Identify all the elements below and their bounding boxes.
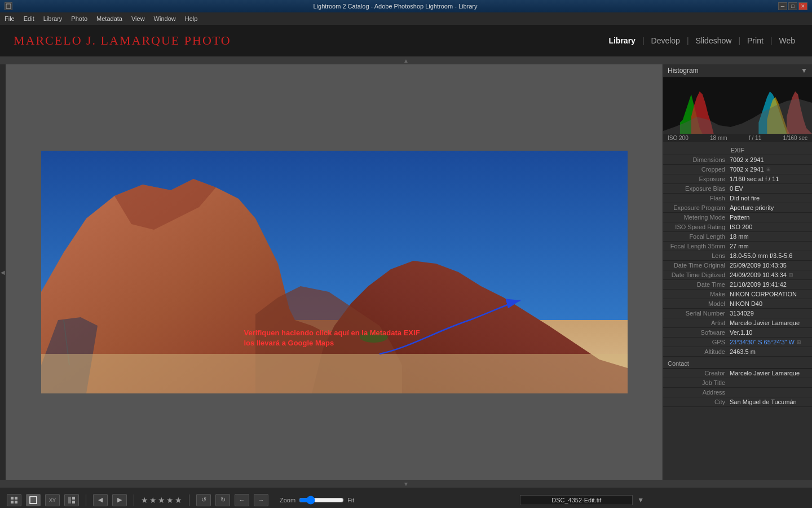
histogram-focal: 18 mm bbox=[710, 135, 727, 141]
histogram-aperture: f / 11 bbox=[749, 135, 761, 141]
next-nav-button[interactable]: → bbox=[254, 494, 268, 506]
prev-photo-button[interactable]: ◀ bbox=[93, 494, 108, 506]
star-5[interactable]: ★ bbox=[175, 496, 182, 505]
exif-row-exposure: Exposure 1/160 sec at f / 11 bbox=[663, 174, 812, 184]
svg-rect-16 bbox=[15, 501, 17, 503]
separator bbox=[86, 494, 86, 506]
tab-library[interactable]: Library bbox=[605, 34, 638, 47]
zoom-slider[interactable] bbox=[299, 496, 344, 505]
top-panel-toggle[interactable]: ▲ bbox=[0, 56, 812, 64]
menu-help[interactable]: Help bbox=[185, 15, 198, 22]
right-panel: Histogram ▼ ISO 200 bbox=[663, 64, 812, 480]
filename-area: DSC_4352-Edit.tif ▼ bbox=[359, 495, 805, 505]
menu-photo[interactable]: Photo bbox=[71, 15, 87, 22]
rotate-ccw-button[interactable]: ↺ bbox=[196, 494, 211, 506]
exif-row-altitude: Altitude 2463.5 m bbox=[663, 347, 812, 357]
star-1[interactable]: ★ bbox=[141, 496, 148, 505]
exif-row-make: Make NIKON CORPORATION bbox=[663, 290, 812, 299]
prev-nav-button[interactable]: ← bbox=[235, 494, 249, 506]
rotate-cw-button[interactable]: ↻ bbox=[215, 494, 230, 506]
histogram-iso: ISO 200 bbox=[668, 135, 689, 141]
exif-row-gps[interactable]: GPS 23°34'30" S 65°24'3" W ⊞ bbox=[663, 338, 812, 347]
histogram-title: Histogram bbox=[668, 67, 699, 75]
annotation-text: Verifiquen haciendo click aquí en la Met… bbox=[244, 328, 420, 348]
menu-edit[interactable]: Edit bbox=[24, 15, 34, 22]
exif-row-datetime-dig: Date Time Digitized 24/09/2009 10:43:34 … bbox=[663, 270, 812, 280]
contact-row-address: Address bbox=[663, 388, 812, 397]
exif-row-serial: Serial Number 3134029 bbox=[663, 309, 812, 318]
grid-view-button[interactable] bbox=[7, 494, 21, 506]
maximize-button[interactable]: □ bbox=[788, 2, 797, 10]
svg-rect-20 bbox=[72, 501, 75, 503]
menu-view[interactable]: View bbox=[131, 15, 145, 22]
compare-view-button[interactable]: XY bbox=[45, 494, 60, 506]
exif-row-lens: Lens 18.0-55.0 mm f/3.5-5.6 bbox=[663, 251, 812, 261]
menu-file[interactable]: File bbox=[5, 15, 15, 22]
copy-gps-icon[interactable]: ⊞ bbox=[797, 339, 801, 345]
filename-dropdown-icon[interactable]: ▼ bbox=[637, 496, 644, 504]
exif-row-flash: Flash Did not fire bbox=[663, 194, 812, 203]
exif-row-exposure-program: Exposure Program Aperture priority bbox=[663, 203, 812, 213]
left-panel: ◀ bbox=[0, 64, 6, 480]
center-area: Verifiquen haciendo click aquí en la Met… bbox=[6, 64, 663, 480]
contact-row-jobtitle: Job Title bbox=[663, 378, 812, 388]
survey-view-button[interactable] bbox=[64, 494, 79, 506]
loupe-view-button[interactable] bbox=[26, 494, 41, 506]
filename-display: DSC_4352-Edit.tif bbox=[520, 495, 633, 505]
star-2[interactable]: ★ bbox=[149, 496, 157, 505]
copy-datetime-icon[interactable]: ⊞ bbox=[789, 272, 793, 278]
svg-rect-19 bbox=[72, 497, 75, 500]
menubar: File Edit Library Photo Metadata View Wi… bbox=[0, 12, 812, 25]
tab-develop[interactable]: Develop bbox=[648, 34, 683, 47]
menu-window[interactable]: Window bbox=[154, 15, 176, 22]
exif-row-focal: Focal Length 18 mm bbox=[663, 232, 812, 242]
star-4[interactable]: ★ bbox=[166, 496, 174, 505]
menu-library[interactable]: Library bbox=[43, 15, 63, 22]
separator3 bbox=[189, 494, 189, 506]
svg-rect-17 bbox=[30, 497, 37, 503]
close-button[interactable]: ✕ bbox=[798, 2, 807, 10]
exif-row-software: Software Ver.1.10 bbox=[663, 328, 812, 338]
photo-view: Verifiquen haciendo click aquí en la Met… bbox=[41, 151, 628, 393]
fit-label: Fit bbox=[347, 497, 354, 503]
svg-rect-18 bbox=[68, 497, 71, 503]
exif-row-dimensions: Dimensions 7002 x 2941 bbox=[663, 155, 812, 165]
photo-container: Verifiquen haciendo click aquí en la Met… bbox=[41, 151, 628, 393]
module-nav: Library | Develop | Slideshow | Print | … bbox=[605, 34, 798, 47]
exif-row-datetime: Date Time 21/10/2009 19:41:42 bbox=[663, 280, 812, 290]
exif-section: EXIF Dimensions 7002 x 2941 Cropped 7002… bbox=[663, 142, 812, 409]
next-photo-button[interactable]: ▶ bbox=[112, 494, 127, 506]
titlebar-title: Lightroom 2 Catalog - Adobe Photoshop Li… bbox=[313, 3, 477, 10]
bottom-panel-toggle[interactable]: ▼ bbox=[0, 480, 812, 488]
svg-rect-10 bbox=[41, 354, 628, 393]
triangle-up-icon: ▲ bbox=[403, 58, 409, 64]
histogram-chart bbox=[663, 77, 812, 134]
svg-rect-15 bbox=[11, 501, 14, 503]
titlebar: Lightroom 2 Catalog - Adobe Photoshop Li… bbox=[0, 0, 812, 12]
left-panel-toggle[interactable]: ◀ bbox=[0, 269, 6, 275]
copy-cropped-icon[interactable]: ⊞ bbox=[766, 167, 771, 172]
zoom-label: Zoom bbox=[280, 497, 295, 503]
svg-rect-13 bbox=[11, 497, 14, 500]
logobar: Marcelo J. Lamarque Photo Library | Deve… bbox=[0, 25, 812, 56]
tab-slideshow[interactable]: Slideshow bbox=[692, 34, 735, 47]
star-3[interactable]: ★ bbox=[158, 496, 165, 505]
window-controls[interactable]: ─ □ ✕ bbox=[778, 2, 807, 10]
menu-metadata[interactable]: Metadata bbox=[96, 15, 122, 22]
exif-row-metering: Metering Mode Pattern bbox=[663, 213, 812, 222]
svg-rect-14 bbox=[15, 497, 17, 500]
bottom-toolbar: XY ◀ ▶ ★ ★ ★ ★ ★ ↺ ↻ ← → Zoom Fit DSC_43… bbox=[0, 488, 812, 508]
separator2 bbox=[134, 494, 134, 506]
svg-rect-0 bbox=[6, 4, 11, 8]
histogram-shutter: 1/160 sec bbox=[783, 135, 807, 141]
contact-row-city: City San Miguel de Tucumán bbox=[663, 397, 812, 407]
exif-row-artist: Artist Marcelo Javier Lamarque bbox=[663, 318, 812, 328]
histogram-labels: ISO 200 18 mm f / 11 1/160 sec bbox=[663, 134, 812, 142]
exif-row-cropped: Cropped 7002 x 2941 ⊞ bbox=[663, 165, 812, 174]
star-rating[interactable]: ★ ★ ★ ★ ★ bbox=[141, 496, 182, 505]
minimize-button[interactable]: ─ bbox=[778, 2, 787, 10]
tab-print[interactable]: Print bbox=[744, 34, 767, 47]
tab-web[interactable]: Web bbox=[775, 34, 798, 47]
histogram-dropdown-icon[interactable]: ▼ bbox=[801, 67, 807, 75]
exif-row-focal35: Focal Length 35mm 27 mm bbox=[663, 242, 812, 251]
